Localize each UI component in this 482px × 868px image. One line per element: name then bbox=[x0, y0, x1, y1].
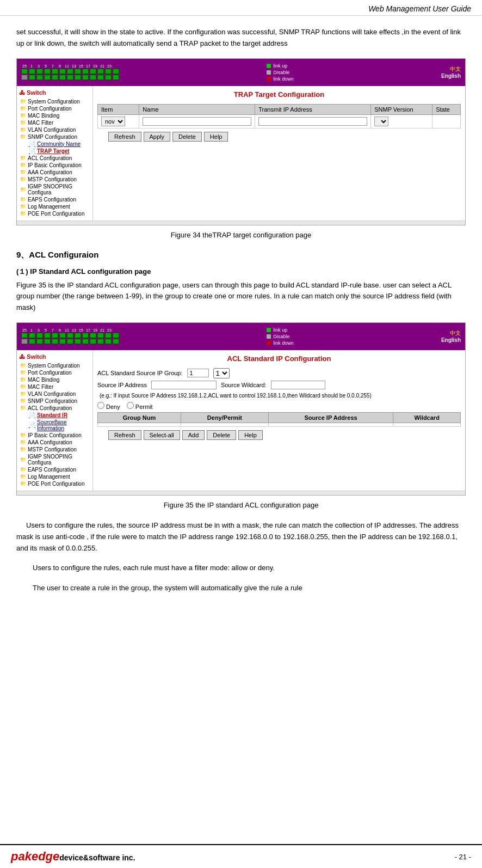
folder2-vlan: 📁 bbox=[20, 391, 26, 396]
port-26 bbox=[21, 75, 28, 80]
status-link-down: link down bbox=[267, 76, 294, 82]
sidebar-item-mstp[interactable]: 📁 MSTP Configuration bbox=[19, 176, 90, 183]
english-lang[interactable]: English bbox=[441, 73, 461, 79]
delete-btn-1[interactable]: Delete bbox=[172, 132, 202, 142]
sidebar-community[interactable]: 📄 Community Name bbox=[28, 140, 90, 148]
sidebar2-item-mac-binding[interactable]: 📁 MAC Binding bbox=[19, 376, 90, 383]
sidebar-item-snmp[interactable]: 📁 SNMP Configuration bbox=[19, 133, 90, 140]
p-2 bbox=[29, 339, 35, 344]
trap-btn-row: Refresh Apply Delete Help bbox=[97, 132, 461, 142]
port-1 bbox=[29, 69, 35, 74]
sidebar2-item-ip[interactable]: 📁 IP Basic Configuration bbox=[19, 432, 90, 439]
scrollbar-2[interactable] bbox=[17, 491, 465, 495]
port-2 bbox=[29, 75, 35, 80]
figure34-screenshot: 25 1 3 5 7 9 11 13 15 17 19 21 23 bbox=[16, 58, 466, 225]
deny-radio-label[interactable]: Deny bbox=[97, 402, 120, 410]
refresh-btn-2[interactable]: Refresh bbox=[108, 430, 141, 440]
sidebar-trap[interactable]: 📄 TRAP Target bbox=[28, 148, 90, 155]
name-cell bbox=[139, 114, 255, 128]
help-btn-2[interactable]: Help bbox=[238, 430, 263, 440]
s2-igmp-label: IGMP SNOOPING Configura bbox=[28, 454, 89, 466]
subsection1-text: Figure 35 is the IP standard ACL configu… bbox=[16, 280, 466, 314]
logo-brand: pakedge bbox=[11, 849, 59, 863]
sidebar-item-igmp[interactable]: 📁 IGMP SNOOPING Configura bbox=[19, 183, 90, 196]
folder2-snmp: 📁 bbox=[20, 398, 26, 404]
state-cell bbox=[432, 114, 461, 128]
delete-btn-2[interactable]: Delete bbox=[207, 430, 236, 440]
sidebar2-item-acl[interactable]: 📁 ACL Configuration bbox=[19, 405, 90, 412]
item-select[interactable]: nov bbox=[101, 117, 125, 126]
permit-radio[interactable] bbox=[127, 402, 134, 409]
ip-input[interactable] bbox=[258, 117, 367, 126]
p-21 bbox=[105, 333, 112, 338]
page-number: - 21 - bbox=[455, 853, 471, 861]
folder-icon-mac-filter: 📁 bbox=[20, 120, 26, 125]
chinese-lang[interactable]: 中文 bbox=[441, 65, 461, 73]
apply-btn-1[interactable]: Apply bbox=[144, 132, 171, 142]
sidebar-1: 🖧 Switch 📁 System Configuration 📁 Port C… bbox=[17, 86, 93, 221]
sidebar-item-vlan[interactable]: 📁 VLAN Configuration bbox=[19, 126, 90, 133]
p-18 bbox=[90, 339, 96, 344]
sidebar-item-port[interactable]: 📁 Port Configuration bbox=[19, 105, 90, 112]
port-6 bbox=[44, 75, 51, 80]
scrollbar-1[interactable] bbox=[17, 221, 465, 225]
vlan-label: VLAN Configuration bbox=[28, 127, 76, 133]
sidebar-item-mac-filter[interactable]: 📁 MAC Filter bbox=[19, 119, 90, 126]
sidebar2-item-log[interactable]: 📁 Log Management bbox=[19, 473, 90, 480]
folder-icon-port: 📁 bbox=[20, 106, 26, 111]
english-lang-2[interactable]: English bbox=[441, 337, 461, 343]
community-label: Community Name bbox=[37, 141, 81, 147]
sidebar-item-ip[interactable]: 📁 IP Basic Configuration bbox=[19, 162, 90, 169]
col-transmit-ip: Transmit IP Address bbox=[255, 104, 371, 114]
col-snmp-version: SNMP Version bbox=[371, 104, 432, 114]
sidebar-item-eaps[interactable]: 📁 EAPS Configuration bbox=[19, 196, 90, 203]
help-btn-1[interactable]: Help bbox=[204, 132, 228, 142]
folder2-ip: 📁 bbox=[20, 432, 26, 438]
bottom-text-3: The user to create a rule in the group, … bbox=[33, 583, 466, 594]
folder-icon-mstp: 📁 bbox=[20, 176, 26, 182]
sidebar-item-mac-binding[interactable]: 📁 MAC Binding bbox=[19, 112, 90, 119]
permit-radio-label[interactable]: Permit bbox=[127, 402, 153, 410]
port-10 bbox=[59, 75, 66, 80]
folder-icon-snmp: 📁 bbox=[20, 134, 26, 139]
lang-panel-2: 中文 English bbox=[441, 329, 461, 343]
doc2-source: 📄 bbox=[29, 422, 35, 428]
sidebar-item-acl[interactable]: 📁 ACL Configuration bbox=[19, 155, 90, 162]
sidebar-item-aaa[interactable]: 📁 AAA Configuration bbox=[19, 169, 90, 176]
port-3 bbox=[36, 69, 43, 74]
sidebar2-item-igmp[interactable]: 📁 IGMP SNOOPING Configura bbox=[19, 453, 90, 466]
deny-radio[interactable] bbox=[97, 402, 104, 409]
sidebar2-item-snmp[interactable]: 📁 SNMP Configuration bbox=[19, 398, 90, 405]
sidebar2-item-vlan[interactable]: 📁 VLAN Configuration bbox=[19, 390, 90, 398]
add-btn[interactable]: Add bbox=[182, 430, 205, 440]
acl-group-input[interactable] bbox=[187, 369, 209, 377]
name-input[interactable] bbox=[143, 117, 251, 126]
sidebar2-item-eaps[interactable]: 📁 EAPS Configuration bbox=[19, 466, 90, 473]
p-11 bbox=[67, 333, 73, 338]
acl-group-select[interactable]: 1 bbox=[213, 368, 230, 378]
sidebar2-item-port[interactable]: 📁 Port Configuration bbox=[19, 369, 90, 376]
select-all-btn[interactable]: Select-all bbox=[144, 430, 180, 440]
sidebar2-item-mstp[interactable]: 📁 MSTP Configuration bbox=[19, 446, 90, 453]
source-wildcard-input[interactable] bbox=[271, 381, 325, 389]
col-deny-permit: Deny/Permit bbox=[181, 412, 269, 423]
sidebar-item-log[interactable]: 📁 Log Management bbox=[19, 203, 90, 210]
folder2-eaps: 📁 bbox=[20, 467, 26, 472]
snmp-version-select[interactable] bbox=[374, 117, 388, 126]
source-ip-input[interactable] bbox=[151, 381, 217, 389]
sidebar2-item-system[interactable]: 📁 System Configuration bbox=[19, 362, 90, 369]
sidebar-item-system[interactable]: 📁 System Configuration bbox=[19, 98, 90, 105]
p-7 bbox=[52, 333, 58, 338]
sidebar-item-poe[interactable]: 📁 POE Port Configuration bbox=[19, 210, 90, 217]
p-6 bbox=[44, 339, 51, 344]
sidebar2-item-mac-filter[interactable]: 📁 MAC Filter bbox=[19, 383, 90, 390]
sidebar2-item-aaa[interactable]: 📁 AAA Configuration bbox=[19, 439, 90, 446]
sidebar2-item-poe[interactable]: 📁 POE Port Configuration bbox=[19, 480, 90, 487]
status-link-up-2: link up bbox=[267, 327, 294, 333]
refresh-btn-1[interactable]: Refresh bbox=[108, 132, 141, 142]
p-16 bbox=[82, 339, 89, 344]
doc-icon-community: 📄 bbox=[29, 141, 35, 147]
sidebar2-standard-ir[interactable]: 📄 Standard IR bbox=[28, 412, 90, 419]
sidebar2-sourcebase[interactable]: 📄 SourceBase Information bbox=[28, 419, 90, 432]
chinese-lang-2[interactable]: 中文 bbox=[441, 329, 461, 337]
